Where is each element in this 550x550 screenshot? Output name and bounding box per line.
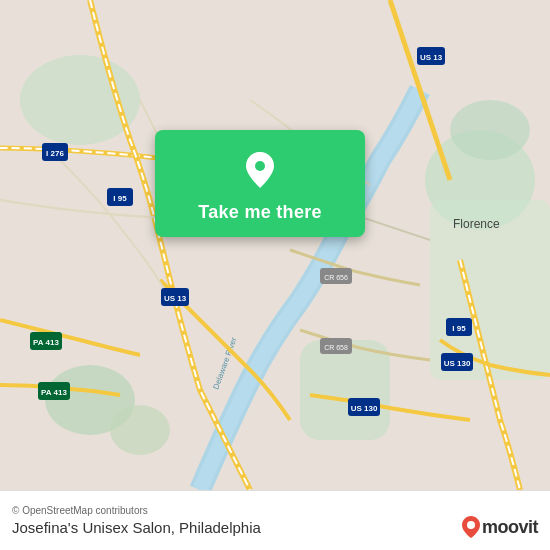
svg-text:I 95: I 95 — [113, 194, 127, 203]
moovit-logo: moovit — [462, 516, 538, 538]
svg-text:CR 658: CR 658 — [324, 344, 348, 351]
svg-text:PA 413: PA 413 — [33, 338, 59, 347]
take-me-there-label: Take me there — [198, 202, 322, 223]
svg-text:US 13: US 13 — [420, 53, 443, 62]
map-container: Delaware River I 276 — [0, 0, 550, 490]
svg-text:I 95: I 95 — [452, 324, 466, 333]
moovit-pin-icon — [462, 516, 480, 538]
svg-text:Florence: Florence — [453, 217, 500, 231]
location-pin-icon — [238, 148, 282, 192]
place-name: Josefina's Unisex Salon, Philadelphia — [12, 519, 538, 536]
svg-text:US 13: US 13 — [164, 294, 187, 303]
svg-point-3 — [450, 100, 530, 160]
svg-text:I 276: I 276 — [46, 149, 64, 158]
svg-text:US 130: US 130 — [351, 404, 378, 413]
svg-point-6 — [110, 405, 170, 455]
attribution-text: © OpenStreetMap contributors — [12, 505, 538, 516]
svg-text:PA 413: PA 413 — [41, 388, 67, 397]
svg-point-34 — [467, 521, 475, 529]
svg-point-33 — [255, 161, 265, 171]
svg-point-1 — [20, 55, 140, 145]
moovit-text: moovit — [482, 517, 538, 538]
svg-text:CR 656: CR 656 — [324, 274, 348, 281]
svg-text:US 130: US 130 — [444, 359, 471, 368]
bottom-bar: © OpenStreetMap contributors Josefina's … — [0, 490, 550, 550]
svg-rect-4 — [300, 340, 390, 440]
take-me-there-card[interactable]: Take me there — [155, 130, 365, 237]
